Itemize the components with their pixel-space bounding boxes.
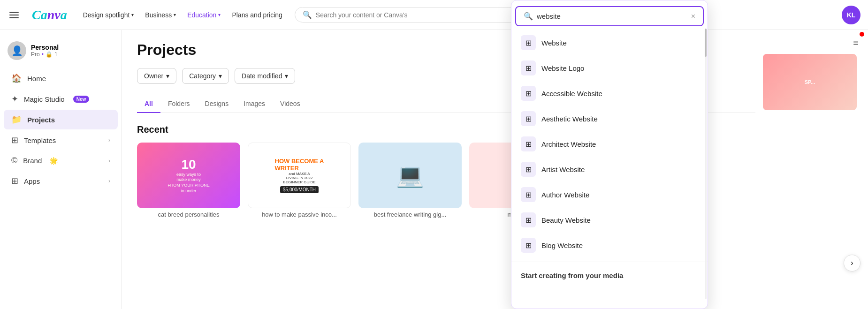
blog-website-template-icon: ⊞ bbox=[521, 238, 536, 253]
canva-logo[interactable]: Canva bbox=[32, 8, 67, 23]
author-website-template-icon: ⊞ bbox=[521, 187, 536, 202]
sidebar-item-templates[interactable]: ⊞ Templates › bbox=[4, 130, 118, 150]
search-dropdown: 🔍 website × ⊞ Website ⊞ Website Logo ⊞ A… bbox=[511, 0, 708, 309]
filters-bar: Owner ▾ Category ▾ Date modified ▾ bbox=[137, 68, 853, 84]
chevron-right-icon: › bbox=[108, 178, 110, 184]
nav-design-spotlight[interactable]: Design spotlight ▾ bbox=[78, 8, 139, 22]
dropdown-divider bbox=[511, 262, 708, 262]
general-search-input[interactable] bbox=[316, 11, 521, 19]
user-plan: Pro • 🔒 1 bbox=[31, 51, 59, 58]
home-icon: 🏠 bbox=[11, 73, 22, 83]
notification-dot bbox=[860, 32, 864, 37]
dropdown-item-beauty-website[interactable]: ⊞ Beauty Website bbox=[511, 207, 708, 233]
topnav-right: KL bbox=[842, 6, 860, 24]
apps-icon: ⊞ bbox=[11, 176, 18, 186]
hamburger-menu[interactable] bbox=[8, 10, 21, 20]
date-modified-filter[interactable]: Date modified ▾ bbox=[235, 68, 295, 84]
card-thumbnail: 💻 bbox=[358, 143, 462, 208]
user-name: Personal bbox=[31, 44, 59, 51]
recent-cards: 10 easy ways tomake moneyFROM YOUR PHONE… bbox=[137, 143, 853, 218]
scrollbar-track bbox=[705, 29, 707, 299]
tab-designs[interactable]: Designs bbox=[198, 95, 236, 113]
topnav-search-area: 🔍 bbox=[295, 7, 529, 23]
nav-links: Design spotlight ▾ Business ▾ Education … bbox=[78, 8, 287, 22]
general-search-box[interactable]: 🔍 bbox=[295, 7, 529, 23]
magic-icon: ✦ bbox=[11, 94, 18, 104]
dropdown-items-list: ⊞ Website ⊞ Website Logo ⊞ Accessible We… bbox=[511, 28, 708, 283]
search-icon: 🔍 bbox=[303, 10, 312, 19]
chevron-right-icon: › bbox=[108, 158, 110, 164]
website-logo-template-icon: ⊞ bbox=[521, 60, 536, 75]
dropdown-item-author-website[interactable]: ⊞ Author Website bbox=[511, 182, 708, 207]
card-label: how to make passive inco... bbox=[248, 211, 351, 218]
website-template-icon: ⊞ bbox=[521, 35, 536, 50]
dropdown-section-title: Start creating from your media bbox=[511, 266, 708, 281]
list-view-icon[interactable]: ≡ bbox=[853, 38, 859, 48]
tab-videos[interactable]: Videos bbox=[273, 95, 308, 113]
tab-images[interactable]: Images bbox=[236, 95, 273, 113]
sidebar-item-brand[interactable]: © Brand 🌟 › bbox=[4, 151, 118, 170]
chevron-down-icon: ▾ bbox=[218, 12, 221, 17]
architect-website-template-icon: ⊞ bbox=[521, 136, 536, 151]
beauty-website-template-icon: ⊞ bbox=[521, 212, 536, 227]
new-badge: New bbox=[73, 96, 90, 103]
dropdown-item-accessible-website[interactable]: ⊞ Accessible Website bbox=[511, 81, 708, 106]
dropdown-item-website-logo[interactable]: ⊞ Website Logo bbox=[511, 55, 708, 81]
card-thumbnail: 10 easy ways tomake moneyFROM YOUR PHONE… bbox=[137, 143, 240, 208]
scrollbar-thumb[interactable] bbox=[705, 29, 707, 57]
chevron-down-icon: ▾ bbox=[219, 72, 222, 80]
sidebar: 👤 Personal Pro • 🔒 1 🏠 Home ✦ Magic Stud… bbox=[0, 30, 122, 309]
card-item[interactable]: 💻 best freelance writing gig... bbox=[358, 143, 462, 218]
chevron-right-icon: › bbox=[108, 137, 110, 143]
sidebar-user: 👤 Personal Pro • 🔒 1 bbox=[0, 38, 122, 68]
partial-card-1[interactable]: SP... bbox=[763, 54, 857, 110]
aesthetic-website-template-icon: ⊞ bbox=[521, 111, 536, 126]
right-partial-panel: ≡ SP... › bbox=[755, 30, 868, 309]
section-recent-title: Recent bbox=[137, 124, 853, 135]
lock-icon: 🔒 bbox=[46, 51, 53, 58]
card-item[interactable]: HOW BECOME AWRITER and MAKE ALIVING IN 2… bbox=[248, 143, 351, 218]
artist-website-template-icon: ⊞ bbox=[521, 162, 536, 177]
card-label: cat breed personalities bbox=[137, 211, 240, 218]
search-icon: 🔍 bbox=[524, 12, 533, 21]
brand-emoji: 🌟 bbox=[49, 157, 58, 165]
accessible-website-template-icon: ⊞ bbox=[521, 86, 536, 101]
dropdown-item-artist-website[interactable]: ⊞ Artist Website bbox=[511, 157, 708, 182]
nav-education[interactable]: Education ▾ bbox=[183, 8, 225, 22]
category-filter[interactable]: Category ▾ bbox=[182, 68, 229, 84]
nav-plans[interactable]: Plans and pricing bbox=[227, 8, 287, 22]
sidebar-item-projects[interactable]: 📁 Projects bbox=[4, 110, 118, 129]
page-title: Projects bbox=[137, 41, 853, 59]
owner-filter[interactable]: Owner ▾ bbox=[137, 68, 176, 84]
topnav-left: Canva Design spotlight ▾ Business ▾ Educ… bbox=[8, 8, 287, 23]
scroll-right-button[interactable]: › bbox=[844, 255, 860, 271]
search-input[interactable]: website bbox=[537, 12, 687, 20]
card-label: best freelance writing gig... bbox=[358, 211, 462, 218]
main-layout: 👤 Personal Pro • 🔒 1 🏠 Home ✦ Magic Stud… bbox=[0, 30, 868, 309]
brand-icon: © bbox=[11, 156, 17, 166]
nav-business[interactable]: Business ▾ bbox=[140, 8, 181, 22]
tab-folders[interactable]: Folders bbox=[160, 95, 198, 113]
chevron-down-icon: ▾ bbox=[174, 12, 176, 17]
dropdown-item-aesthetic-website[interactable]: ⊞ Aesthetic Website bbox=[511, 106, 708, 131]
chevron-down-icon: ▾ bbox=[285, 72, 288, 80]
dropdown-item-architect-website[interactable]: ⊞ Architect Website bbox=[511, 131, 708, 157]
tab-all[interactable]: All bbox=[137, 95, 160, 113]
chevron-down-icon: ▾ bbox=[166, 72, 169, 80]
sidebar-item-home[interactable]: 🏠 Home bbox=[4, 68, 118, 88]
dropdown-item-blog-website[interactable]: ⊞ Blog Website bbox=[511, 233, 708, 258]
chevron-down-icon: ▾ bbox=[131, 12, 134, 17]
templates-icon: ⊞ bbox=[11, 135, 18, 145]
card-item[interactable]: 10 easy ways tomake moneyFROM YOUR PHONE… bbox=[137, 143, 240, 218]
dropdown-item-website[interactable]: ⊞ Website bbox=[511, 30, 708, 55]
laptop-icon: 💻 bbox=[396, 162, 424, 188]
clear-search-button[interactable]: × bbox=[691, 12, 695, 21]
topnav: Canva Design spotlight ▾ Business ▾ Educ… bbox=[0, 0, 868, 30]
sidebar-item-apps[interactable]: ⊞ Apps › bbox=[4, 171, 118, 191]
active-search-box[interactable]: 🔍 website × bbox=[515, 6, 704, 26]
avatar[interactable]: KL bbox=[842, 6, 860, 24]
projects-icon: 📁 bbox=[11, 114, 22, 125]
sidebar-item-magic-studio[interactable]: ✦ Magic Studio New bbox=[4, 89, 118, 109]
content-tabs: All Folders Designs Images Videos bbox=[137, 95, 853, 113]
card-thumbnail: HOW BECOME AWRITER and MAKE ALIVING IN 2… bbox=[248, 143, 351, 208]
